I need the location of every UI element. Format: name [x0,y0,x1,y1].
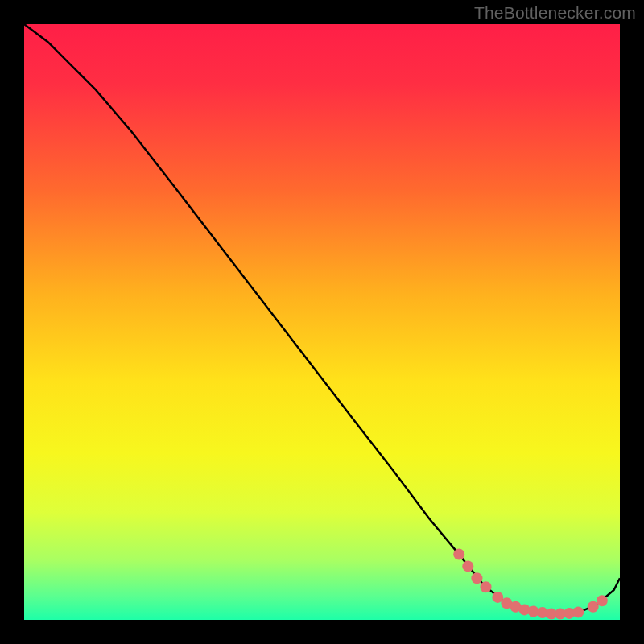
data-marker [597,595,608,606]
chart-frame: TheBottlenecker.com [0,0,644,644]
data-marker [453,549,464,560]
data-marker [471,572,482,584]
gradient-background [24,24,620,620]
data-marker [572,606,584,617]
data-marker [462,560,473,572]
chart-svg [0,0,644,644]
watermark-text: TheBottlenecker.com [474,3,636,23]
data-marker [481,581,492,592]
